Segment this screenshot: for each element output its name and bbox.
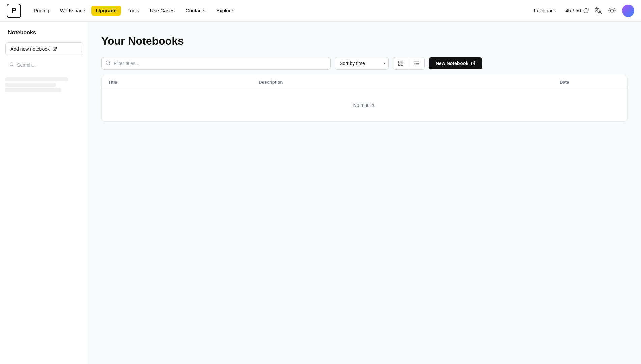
sidebar: Notebooks Add new notebook Search... — [0, 22, 89, 364]
add-notebook-button[interactable]: Add new notebook — [5, 42, 83, 55]
avatar[interactable] — [622, 5, 634, 17]
search-icon — [9, 62, 14, 68]
sort-select[interactable]: Sort by time Sort by title Sort by date — [335, 57, 389, 70]
svg-line-8 — [614, 8, 614, 8]
nav-upgrade[interactable]: Upgrade — [91, 6, 121, 16]
new-notebook-button[interactable]: New Notebook — [429, 57, 482, 69]
nav-workspace[interactable]: Workspace — [55, 5, 90, 16]
svg-line-7 — [610, 12, 610, 13]
layout: Notebooks Add new notebook Search... — [0, 22, 641, 364]
column-description: Description — [259, 80, 560, 85]
svg-line-13 — [109, 64, 110, 65]
ghost-item — [5, 77, 68, 81]
svg-rect-14 — [398, 61, 400, 63]
translate-icon[interactable] — [594, 7, 602, 14]
svg-line-9 — [54, 47, 56, 49]
nav-contacts[interactable]: Contacts — [181, 5, 210, 16]
nav: Pricing Workspace Upgrade Tools Use Case… — [29, 5, 530, 16]
toolbar: Sort by time Sort by title Sort by date … — [101, 57, 628, 70]
header-right: Feedback 45 / 50 — [530, 5, 634, 17]
svg-line-24 — [473, 62, 475, 64]
nav-explore[interactable]: Explore — [212, 5, 238, 16]
usage-counter: 45 / 50 — [565, 8, 589, 14]
view-toggle-group — [393, 57, 425, 70]
sidebar-search[interactable]: Search... — [5, 59, 83, 70]
svg-line-3 — [610, 8, 610, 8]
list-view-button[interactable] — [409, 57, 424, 69]
no-results-text: No results. — [340, 89, 389, 121]
grid-view-button[interactable] — [393, 57, 409, 69]
nav-use-cases[interactable]: Use Cases — [145, 5, 179, 16]
list-icon — [414, 60, 420, 66]
filter-input[interactable] — [101, 57, 331, 70]
svg-rect-17 — [398, 64, 400, 66]
external-link-icon — [52, 47, 57, 51]
filter-input-wrapper — [101, 57, 331, 70]
table-header: Title Description Date — [102, 75, 627, 89]
notebooks-table: Title Description Date No results. — [101, 75, 628, 122]
sort-select-wrapper: Sort by time Sort by title Sort by date … — [335, 57, 389, 70]
svg-rect-15 — [401, 61, 403, 63]
add-notebook-label: Add new notebook — [10, 46, 50, 52]
new-notebook-icon — [471, 61, 476, 66]
header: P Pricing Workspace Upgrade Tools Use Ca… — [0, 0, 641, 22]
nav-tools[interactable]: Tools — [122, 5, 144, 16]
new-notebook-label: New Notebook — [436, 61, 468, 66]
sidebar-title: Notebooks — [5, 28, 83, 37]
sidebar-ghost-items — [5, 77, 83, 92]
svg-point-0 — [610, 9, 613, 12]
svg-line-4 — [614, 12, 614, 13]
refresh-icon[interactable] — [583, 8, 589, 14]
ghost-item — [5, 83, 56, 87]
theme-toggle-icon[interactable] — [607, 6, 617, 16]
grid-icon — [398, 60, 404, 66]
filter-search-icon — [105, 60, 111, 67]
nav-pricing[interactable]: Pricing — [29, 5, 54, 16]
logo[interactable]: P — [7, 4, 21, 18]
main-content: Your Notebooks Sort by time Sort by titl… — [89, 22, 641, 364]
usage-text: 45 / 50 — [565, 8, 581, 13]
page-title: Your Notebooks — [101, 35, 628, 48]
ghost-item — [5, 88, 61, 92]
svg-line-11 — [13, 65, 14, 66]
column-date: Date — [560, 80, 620, 85]
column-title: Title — [108, 80, 259, 85]
table-body: No results. — [102, 89, 627, 121]
search-placeholder: Search... — [17, 62, 36, 68]
feedback-button[interactable]: Feedback — [530, 5, 560, 16]
svg-rect-16 — [401, 64, 403, 66]
